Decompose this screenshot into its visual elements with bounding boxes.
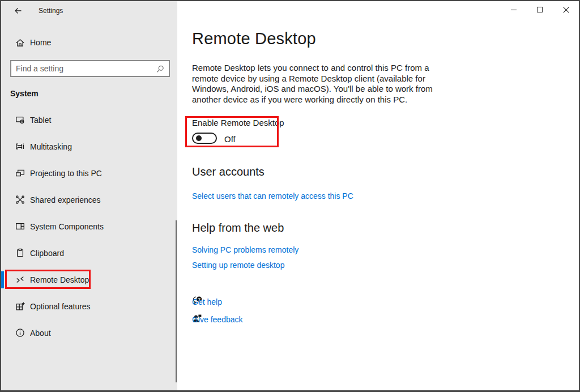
close-button[interactable] (553, 1, 579, 18)
link-get-help[interactable]: Get help (192, 297, 222, 306)
sidebar-item-tablet[interactable]: Tablet (1, 106, 177, 133)
main-content: Remote Desktop Remote Desktop lets you c… (177, 1, 579, 390)
search-box (10, 60, 170, 77)
sidebar: Settings Home System (1, 1, 177, 390)
sidebar-item-home[interactable]: Home (1, 33, 177, 52)
page-title: Remote Desktop (192, 29, 316, 48)
system-components-icon (15, 221, 25, 231)
link-solving-pc-problems[interactable]: Solving PC problems remotely (192, 245, 298, 254)
about-icon (15, 328, 25, 338)
sidebar-item-projecting[interactable]: Projecting to this PC (1, 160, 177, 186)
remote-desktop-icon (15, 275, 25, 284)
tablet-icon (15, 115, 25, 125)
optional-features-icon (15, 301, 25, 311)
selected-item-accent-bar (1, 271, 4, 288)
page-description: Remote Desktop lets you connect to and c… (192, 63, 450, 105)
sidebar-item-about[interactable]: About (1, 319, 177, 346)
sidebar-item-label: Remote Desktop (30, 275, 89, 284)
sidebar-item-label: Projecting to this PC (30, 169, 102, 178)
projecting-icon (15, 168, 25, 178)
maximize-button[interactable] (527, 1, 553, 18)
sidebar-item-label: Optional features (30, 302, 91, 311)
sidebar-nav-list: Tablet Multitasking (1, 106, 177, 346)
sidebar-item-label: Clipboard (30, 249, 64, 258)
home-icon (15, 38, 25, 48)
back-arrow-icon (14, 6, 23, 15)
sidebar-item-label: About (30, 329, 51, 338)
search-input[interactable] (11, 61, 169, 76)
window-controls (501, 1, 579, 18)
minimize-button[interactable] (501, 1, 527, 18)
toggle-state-label: Off (224, 134, 236, 144)
maximize-icon (536, 6, 543, 13)
sidebar-section-header: System (10, 89, 39, 98)
sidebar-item-label: Multitasking (30, 142, 72, 151)
sidebar-item-multitasking[interactable]: Multitasking (1, 133, 177, 160)
search-icon (156, 65, 165, 74)
link-setting-up-remote-desktop[interactable]: Setting up remote desktop (192, 261, 284, 270)
app-title: Settings (39, 7, 63, 15)
section-heading-help-from-web: Help from the web (192, 221, 284, 235)
multitasking-icon (15, 142, 25, 151)
toggle-knob (196, 135, 202, 141)
section-heading-user-accounts: User accounts (192, 165, 265, 178)
close-icon (562, 6, 570, 14)
sidebar-item-shared-experiences[interactable]: Shared experiences (1, 186, 177, 213)
settings-window: Settings Home System (0, 0, 580, 392)
sidebar-scrollbar[interactable] (176, 220, 177, 382)
clipboard-icon (15, 248, 25, 258)
link-give-feedback[interactable]: Give feedback (192, 315, 243, 324)
toggle-label: Enable Remote Desktop (192, 118, 284, 127)
sidebar-item-label: System Components (30, 222, 104, 231)
sidebar-item-label: Shared experiences (30, 195, 101, 204)
sidebar-item-optional-features[interactable]: Optional features (1, 293, 177, 319)
sidebar-item-remote-desktop[interactable]: Remote Desktop (1, 266, 177, 293)
remote-desktop-toggle[interactable] (192, 133, 217, 144)
minimize-icon (510, 6, 517, 13)
sidebar-item-system-components[interactable]: System Components (1, 213, 177, 240)
shared-experiences-icon (15, 195, 25, 204)
sidebar-item-label: Home (30, 38, 51, 47)
sidebar-item-label: Tablet (30, 116, 51, 125)
sidebar-item-clipboard[interactable]: Clipboard (1, 240, 177, 266)
back-button[interactable] (8, 3, 28, 18)
link-select-users[interactable]: Select users that can remotely access th… (192, 191, 353, 201)
